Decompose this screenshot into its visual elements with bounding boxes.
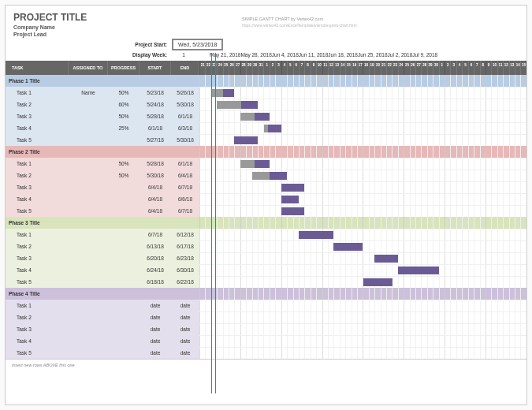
task-name[interactable]: Task 4: [6, 335, 69, 347]
task-start[interactable]: 6/18/18: [140, 276, 171, 288]
task-progress[interactable]: [108, 181, 140, 193]
task-end[interactable]: 6/1/18: [171, 158, 199, 170]
task-assigned[interactable]: [69, 311, 108, 323]
gantt-bar[interactable]: [299, 231, 333, 239]
phase-title[interactable]: Phase 4 Title: [6, 288, 69, 300]
task-row[interactable]: Task 55/27/185/30/18: [6, 134, 526, 146]
task-start[interactable]: 6/13/18: [140, 240, 171, 252]
task-start[interactable]: date: [140, 347, 171, 359]
task-assigned[interactable]: [69, 240, 108, 252]
task-end[interactable]: 6/30/18: [171, 264, 199, 276]
task-progress[interactable]: 50%: [108, 158, 140, 170]
task-row[interactable]: Task 260%5/24/185/30/18: [6, 99, 526, 110]
gantt-bar[interactable]: [281, 196, 299, 203]
task-name[interactable]: Task 3: [6, 181, 69, 193]
task-assigned[interactable]: [69, 264, 108, 276]
task-end[interactable]: 5/30/18: [171, 134, 199, 146]
task-progress[interactable]: 25%: [108, 122, 140, 134]
gantt-bar[interactable]: [281, 184, 305, 192]
task-end[interactable]: 5/30/18: [171, 99, 199, 110]
task-assigned[interactable]: [69, 134, 108, 146]
task-end[interactable]: 6/1/18: [171, 110, 199, 122]
task-assigned[interactable]: [69, 158, 108, 170]
task-progress[interactable]: [108, 347, 140, 359]
gantt-bar[interactable]: [333, 243, 363, 251]
task-progress[interactable]: [108, 323, 140, 335]
gantt-bar[interactable]: [281, 207, 305, 215]
task-name[interactable]: Task 1: [6, 229, 69, 240]
task-end[interactable]: date: [171, 311, 199, 323]
task-row[interactable]: Task 1datedate: [6, 300, 526, 311]
task-name[interactable]: Task 2: [6, 311, 69, 323]
task-name[interactable]: Task 3: [6, 110, 69, 122]
task-row[interactable]: Task 3datedate: [6, 323, 526, 335]
task-start[interactable]: 6/24/18: [140, 264, 171, 276]
task-start[interactable]: 6/1/18: [140, 122, 171, 134]
task-assigned[interactable]: [69, 335, 108, 347]
phase-row[interactable]: Phase 2 Title: [6, 146, 526, 158]
task-end[interactable]: 6/22/18: [171, 276, 199, 288]
task-end[interactable]: date: [171, 323, 199, 335]
task-start[interactable]: 5/24/18: [140, 99, 171, 110]
task-end[interactable]: date: [171, 335, 199, 347]
task-row[interactable]: Task 56/4/186/7/18: [6, 205, 526, 217]
task-row[interactable]: Task 36/4/186/7/18: [6, 181, 526, 193]
task-end[interactable]: 6/7/18: [171, 181, 199, 193]
task-start[interactable]: 5/30/18: [140, 170, 171, 181]
task-progress[interactable]: [108, 300, 140, 311]
task-end[interactable]: 6/12/18: [171, 229, 199, 240]
task-name[interactable]: Task 3: [6, 252, 69, 264]
task-row[interactable]: Task 2datedate: [6, 311, 526, 323]
phase-row[interactable]: Phase 4 Title: [6, 288, 526, 300]
gantt-bar[interactable]: [217, 101, 258, 109]
gantt-bar[interactable]: [240, 160, 270, 168]
task-end[interactable]: 6/4/18: [171, 170, 199, 181]
task-start[interactable]: date: [140, 323, 171, 335]
task-start[interactable]: date: [140, 311, 171, 323]
task-name[interactable]: Task 2: [6, 170, 69, 181]
task-assigned[interactable]: [69, 170, 108, 181]
task-start[interactable]: 6/4/18: [140, 193, 171, 205]
task-start[interactable]: 6/7/18: [140, 229, 171, 240]
task-row[interactable]: Task 350%5/28/186/1/18: [6, 110, 526, 122]
task-progress[interactable]: [108, 193, 140, 205]
task-assigned[interactable]: [69, 205, 108, 217]
task-row[interactable]: Task 4datedate: [6, 335, 526, 347]
task-progress[interactable]: 60%: [108, 99, 140, 110]
gantt-bar[interactable]: [363, 278, 392, 286]
task-progress[interactable]: [108, 264, 140, 276]
gantt-bar[interactable]: [374, 255, 398, 263]
task-row[interactable]: Task 56/18/186/22/18: [6, 276, 526, 288]
task-end[interactable]: 6/17/18: [171, 240, 199, 252]
task-start[interactable]: date: [140, 300, 171, 311]
task-name[interactable]: Task 1: [6, 300, 69, 311]
task-start[interactable]: 5/27/18: [140, 134, 171, 146]
task-row[interactable]: Task 36/20/186/23/18: [6, 252, 526, 264]
task-row[interactable]: Task 26/13/186/17/18: [6, 240, 526, 252]
task-progress[interactable]: [108, 335, 140, 347]
task-assigned[interactable]: [69, 229, 108, 240]
phase-title[interactable]: Phase 2 Title: [6, 146, 69, 158]
task-name[interactable]: Task 2: [6, 240, 69, 252]
task-progress[interactable]: 50%: [108, 87, 140, 99]
task-assigned[interactable]: [69, 276, 108, 288]
project-start-value[interactable]: Wed, 5/23/2018: [172, 39, 223, 50]
phase-title[interactable]: Phase 3 Title: [6, 217, 69, 229]
gantt-bar[interactable]: [264, 125, 281, 132]
task-progress[interactable]: 50%: [108, 170, 140, 181]
task-assigned[interactable]: [69, 122, 108, 134]
task-assigned[interactable]: [69, 99, 108, 110]
gantt-bar[interactable]: [398, 266, 439, 274]
gantt-bar[interactable]: [211, 89, 235, 97]
task-assigned[interactable]: [69, 300, 108, 311]
task-row[interactable]: Task 16/7/186/12/18: [6, 229, 526, 240]
task-assigned[interactable]: [69, 323, 108, 335]
task-name[interactable]: Task 1: [6, 158, 69, 170]
task-start[interactable]: date: [140, 335, 171, 347]
task-name[interactable]: Task 5: [6, 205, 69, 217]
task-end[interactable]: date: [171, 347, 199, 359]
gantt-bar[interactable]: [252, 172, 287, 180]
task-assigned[interactable]: Name: [69, 87, 108, 99]
task-progress[interactable]: [108, 311, 140, 323]
task-name[interactable]: Task 3: [6, 323, 69, 335]
